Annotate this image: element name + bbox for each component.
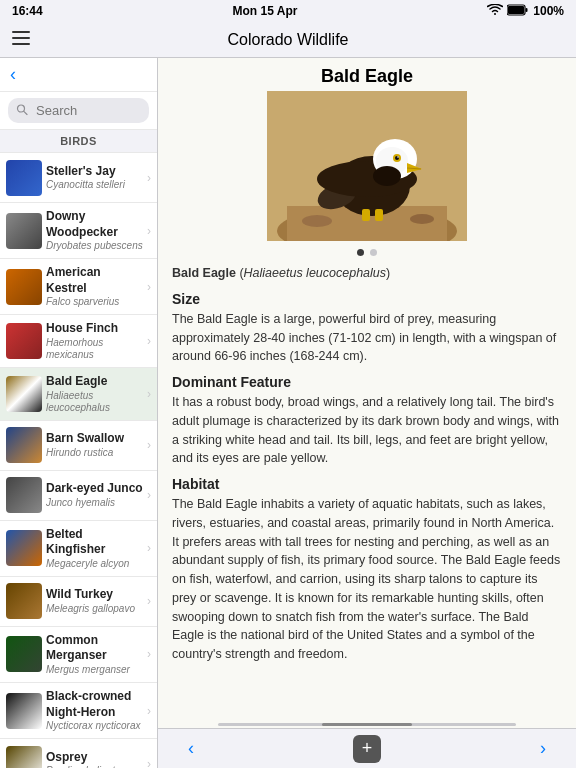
chevron-icon: › (147, 757, 151, 768)
bird-name-belted-kingfisher: Belted Kingfisher (46, 527, 143, 558)
bird-name-stellars-jay: Steller's Jay (46, 164, 143, 180)
bird-thumb-american-kestrel (6, 269, 42, 305)
bird-thumb-common-merganser (6, 636, 42, 672)
chevron-icon: › (147, 387, 151, 401)
bird-name-dark-eyed-junco: Dark-eyed Junco (46, 481, 143, 497)
eagle-image-container (172, 91, 562, 241)
bird-latin-wild-turkey: Meleagris gallopavo (46, 603, 143, 615)
section-text-dominant-feature: It has a robust body, broad wings, and a… (172, 393, 562, 468)
detail-body: Bald Eagle (Haliaeetus leucocephalus) Si… (158, 91, 576, 723)
sidebar-back-button[interactable]: ‹ (0, 58, 157, 92)
svg-point-18 (397, 156, 399, 158)
image-dot-2[interactable] (370, 249, 377, 256)
bird-latin-belted-kingfisher: Megaceryle alcyon (46, 558, 143, 570)
back-button[interactable]: ‹ (178, 734, 204, 763)
svg-line-7 (24, 111, 27, 114)
image-dots (172, 249, 562, 256)
svg-point-24 (302, 215, 332, 227)
bottom-toolbar: ‹ + › (158, 728, 576, 768)
chevron-icon: › (147, 594, 151, 608)
bird-name-house-finch: House Finch (46, 321, 143, 337)
svg-rect-5 (12, 43, 30, 45)
section-header-birds: BIRDS (0, 130, 157, 153)
nav-bar: Colorado Wildlife (0, 22, 576, 58)
bird-name-common-merganser: Common Merganser (46, 633, 143, 664)
search-container (0, 92, 157, 130)
chevron-icon: › (147, 488, 151, 502)
bird-latin-downy-woodpecker: Dryobates pubescens (46, 240, 143, 252)
bird-latin-black-crowned: Nycticorax nycticorax (46, 720, 143, 732)
section-title-size: Size (172, 291, 562, 307)
sidebar-item-stellars-jay[interactable]: Steller's Jay Cyanocitta stelleri › (0, 153, 157, 203)
chevron-icon: › (147, 280, 151, 294)
bird-latin-common-merganser: Mergus merganser (46, 664, 143, 676)
scroll-indicator (218, 723, 516, 726)
chevron-icon: › (147, 438, 151, 452)
forward-button[interactable]: › (530, 734, 556, 763)
bird-latin-bald-eagle: Haliaeetus leucocephalus (46, 390, 143, 414)
bird-thumb-house-finch (6, 323, 42, 359)
chevron-icon: › (147, 224, 151, 238)
image-dot-1[interactable] (357, 249, 364, 256)
bird-latin-barn-swallow: Hirundo rustica (46, 447, 143, 459)
wifi-icon (487, 4, 503, 19)
hamburger-menu[interactable] (12, 29, 30, 50)
sidebar-item-dark-eyed-junco[interactable]: Dark-eyed Junco Junco hyemalis › (0, 471, 157, 521)
bird-name-downy-woodpecker: Downy Woodpecker (46, 209, 143, 240)
sidebar: ‹ BIRDS Steller's Jay Cyanocitta steller… (0, 58, 158, 768)
svg-rect-23 (375, 209, 383, 221)
battery-percent: 100% (533, 4, 564, 18)
status-bar: 16:44 Mon 15 Apr 100% (0, 0, 576, 22)
bird-thumb-dark-eyed-junco (6, 477, 42, 513)
bird-thumb-barn-swallow (6, 427, 42, 463)
detail-intro: Bald Eagle (Haliaeetus leucocephalus) (172, 264, 562, 283)
bird-thumb-belted-kingfisher (6, 530, 42, 566)
sidebar-item-belted-kingfisher[interactable]: Belted Kingfisher Megaceryle alcyon › (0, 521, 157, 577)
section-text-habitat: The Bald Eagle inhabits a variety of aqu… (172, 495, 562, 664)
chevron-icon: › (147, 647, 151, 661)
bird-latin-stellars-jay: Cyanocitta stelleri (46, 179, 143, 191)
bird-name-wild-turkey: Wild Turkey (46, 587, 143, 603)
bird-latin-dark-eyed-junco: Junco hyemalis (46, 497, 143, 509)
search-input[interactable] (8, 98, 149, 123)
bird-thumb-stellars-jay (6, 160, 42, 196)
svg-rect-4 (12, 37, 30, 39)
bird-name-american-kestrel: American Kestrel (46, 265, 143, 296)
status-time: 16:44 (12, 4, 43, 18)
chevron-icon: › (147, 171, 151, 185)
svg-rect-22 (362, 209, 370, 221)
battery-icon (507, 4, 529, 19)
bird-latin-american-kestrel: Falco sparverius (46, 296, 143, 308)
nav-title: Colorado Wildlife (228, 31, 349, 49)
sidebar-item-american-kestrel[interactable]: American Kestrel Falco sparverius › (0, 259, 157, 315)
chevron-icon: › (147, 541, 151, 555)
bird-name-bald-eagle: Bald Eagle (46, 374, 143, 390)
svg-rect-3 (12, 31, 30, 33)
bird-latin-house-finch: Haemorhous mexicanus (46, 337, 143, 361)
svg-point-21 (373, 166, 401, 186)
sidebar-item-downy-woodpecker[interactable]: Downy Woodpecker Dryobates pubescens › (0, 203, 157, 259)
sidebar-item-common-merganser[interactable]: Common Merganser Mergus merganser › (0, 627, 157, 683)
bird-name-black-crowned: Black-crowned Night-Heron (46, 689, 143, 720)
detail-title: Bald Eagle (158, 58, 576, 91)
sidebar-item-house-finch[interactable]: House Finch Haemorhous mexicanus › (0, 315, 157, 368)
section-text-size: The Bald Eagle is a large, powerful bird… (172, 310, 562, 366)
bird-thumb-bald-eagle (6, 376, 42, 412)
svg-rect-2 (526, 8, 528, 12)
bird-name-osprey: Osprey (46, 750, 143, 766)
bird-name-barn-swallow: Barn Swallow (46, 431, 143, 447)
svg-rect-1 (508, 6, 524, 14)
bird-thumb-osprey (6, 746, 42, 768)
section-title-dominant-feature: Dominant Feature (172, 374, 562, 390)
sidebar-item-wild-turkey[interactable]: Wild Turkey Meleagris gallopavo › (0, 577, 157, 627)
bird-thumb-downy-woodpecker (6, 213, 42, 249)
bird-list: Steller's Jay Cyanocitta stelleri › Down… (0, 153, 157, 768)
sidebar-item-bald-eagle[interactable]: Bald Eagle Haliaeetus leucocephalus › (0, 368, 157, 421)
sidebar-item-barn-swallow[interactable]: Barn Swallow Hirundo rustica › (0, 421, 157, 471)
search-icon (16, 103, 28, 118)
section-title-habitat: Habitat (172, 476, 562, 492)
sidebar-item-osprey[interactable]: Osprey Pandion haliaetus › (0, 739, 157, 768)
chevron-icon: › (147, 334, 151, 348)
sidebar-item-black-crowned-night-heron[interactable]: Black-crowned Night-Heron Nycticorax nyc… (0, 683, 157, 739)
add-button[interactable]: + (353, 735, 381, 763)
